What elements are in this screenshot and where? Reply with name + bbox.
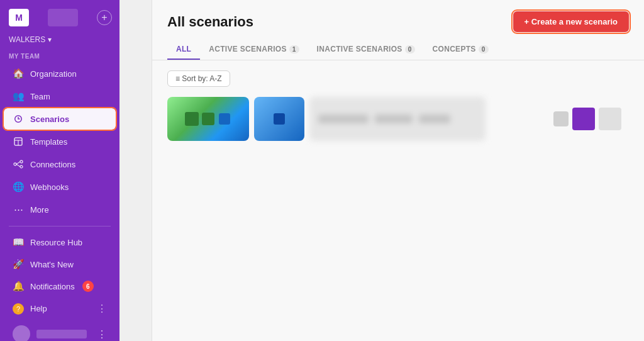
- sidebar-item-templates[interactable]: Templates: [4, 131, 116, 152]
- svg-line-6: [16, 162, 20, 164]
- right-icon-light: [599, 108, 621, 130]
- sidebar-item-label: Team: [30, 92, 50, 101]
- sidebar-item-label: Connections: [30, 160, 75, 169]
- sidebar-item-organization[interactable]: 🏠 Organization: [4, 63, 116, 84]
- create-new-scenario-button[interactable]: + Create a new scenario: [513, 11, 630, 32]
- tab-active-label: ACTIVE SCENARIOS: [209, 45, 286, 53]
- sidebar-item-label: Resource Hub: [30, 238, 82, 247]
- user-avatar-area[interactable]: ⋮: [4, 320, 116, 341]
- connections-icon: [13, 159, 24, 170]
- tab-inactive-count: 0: [405, 45, 415, 53]
- webhooks-icon: 🌐: [13, 181, 24, 193]
- home-icon: 🏠: [13, 68, 24, 79]
- right-group: [553, 108, 621, 130]
- notification-count-badge: 6: [82, 281, 94, 292]
- logo-text: M: [15, 13, 23, 23]
- tab-concepts[interactable]: CONCEPTS 0: [424, 40, 497, 60]
- sidebar-top: M +: [0, 0, 119, 33]
- sidebar-item-resource-hub[interactable]: 📖 Resource Hub: [4, 232, 116, 253]
- bell-icon: 🔔: [13, 281, 24, 292]
- user-more-icon[interactable]: ⋮: [97, 328, 107, 340]
- sidebar-item-label: More: [30, 205, 49, 215]
- scenario-card-2[interactable]: [254, 97, 304, 141]
- sidebar-item-help[interactable]: ? Help ⋮: [4, 298, 116, 320]
- logo: M: [9, 9, 29, 26]
- username-blurred: [36, 330, 87, 338]
- sidebar-item-notifications[interactable]: 🔔 Notifications 6: [4, 276, 116, 297]
- scenario-card-blurred[interactable]: [309, 97, 486, 141]
- scenario-card-1[interactable]: [167, 97, 249, 141]
- more-dots-icon: ⋯: [13, 204, 24, 215]
- page-title: All scenarios: [167, 14, 253, 30]
- add-scenario-button[interactable]: +: [97, 10, 112, 25]
- sidebar-item-label: Notifications: [30, 282, 75, 291]
- sidebar-item-label: Help: [30, 304, 47, 313]
- sidebar-bottom: 📖 Resource Hub 🚀 What's New 🔔 Notificati…: [0, 221, 119, 341]
- main-content: All scenarios + Create a new scenario AL…: [152, 0, 644, 341]
- my-team-section-label: MY TEAM: [0, 49, 119, 62]
- sidebar-item-label: Webhooks: [30, 182, 69, 192]
- tab-all-label: ALL: [176, 45, 191, 53]
- right-icon-grey: [553, 111, 569, 126]
- svg-point-4: [20, 160, 23, 163]
- avatar: [13, 325, 30, 341]
- sidebar-item-webhooks[interactable]: 🌐 Webhooks: [4, 176, 116, 198]
- chevron-down-icon: ▾: [48, 35, 52, 44]
- blurred-text-2: [375, 115, 413, 123]
- tab-inactive-label: INACTIVE SCENARIOS: [317, 45, 402, 53]
- tab-concepts-label: CONCEPTS: [433, 45, 476, 53]
- sort-button[interactable]: ≡ Sort by: A-Z: [167, 70, 230, 87]
- sidebar-item-scenarios[interactable]: Scenarios: [4, 108, 116, 130]
- scenarios-icon: [13, 113, 24, 125]
- scenario-card-1-icon: [185, 112, 199, 126]
- svg-point-5: [20, 165, 23, 168]
- scenarios-row: [167, 97, 629, 141]
- content-body: ≡ Sort by: A-Z: [152, 60, 644, 341]
- sidebar-item-label: What's New: [30, 260, 74, 269]
- workspace-name: WALKERS: [9, 35, 45, 44]
- scenario-card-1-icon-2: [219, 113, 230, 125]
- workspace-area: [48, 9, 78, 26]
- blurred-text-1: [318, 115, 369, 123]
- sidebar-item-whats-new[interactable]: 🚀 What's New: [4, 254, 116, 275]
- book-icon: 📖: [13, 237, 24, 248]
- rocket-icon: 🚀: [13, 259, 24, 270]
- svg-point-3: [14, 163, 16, 165]
- main-wrapper: All scenarios + Create a new scenario AL…: [119, 0, 644, 341]
- right-icon-purple: [572, 108, 595, 130]
- tab-inactive-scenarios[interactable]: INACTIVE SCENARIOS 0: [308, 40, 424, 60]
- sidebar-item-label: Scenarios: [30, 115, 69, 124]
- svg-line-7: [16, 164, 20, 167]
- scenario-card-2-icon: [274, 113, 285, 125]
- sort-bar: ≡ Sort by: A-Z: [167, 70, 629, 87]
- content-header: All scenarios + Create a new scenario: [152, 0, 644, 40]
- tab-active-scenarios[interactable]: ACTIVE SCENARIOS 1: [200, 40, 308, 60]
- narrow-panel: [119, 0, 152, 341]
- team-icon: 👥: [13, 91, 24, 102]
- blurred-text-3: [419, 115, 450, 123]
- sidebar-item-label: Organization: [30, 69, 77, 79]
- sidebar-item-team[interactable]: 👥 Team: [4, 86, 116, 107]
- sidebar: M + WALKERS ▾ MY TEAM 🏠 Organization 👥 T…: [0, 0, 119, 341]
- sidebar-item-more[interactable]: ⋯ More: [4, 199, 116, 220]
- workspace-selector[interactable]: WALKERS ▾: [0, 33, 119, 49]
- tabs-bar: ALL ACTIVE SCENARIOS 1 INACTIVE SCENARIO…: [152, 40, 644, 60]
- help-more-icon[interactable]: ⋮: [97, 303, 107, 315]
- tab-active-count: 1: [289, 45, 299, 53]
- tab-concepts-count: 0: [479, 45, 489, 53]
- templates-icon: [13, 136, 24, 147]
- tab-all[interactable]: ALL: [167, 40, 200, 60]
- sidebar-item-connections[interactable]: Connections: [4, 154, 116, 175]
- sidebar-divider: [9, 226, 111, 226]
- sidebar-item-label: Templates: [30, 137, 67, 147]
- help-icon: ?: [13, 303, 24, 315]
